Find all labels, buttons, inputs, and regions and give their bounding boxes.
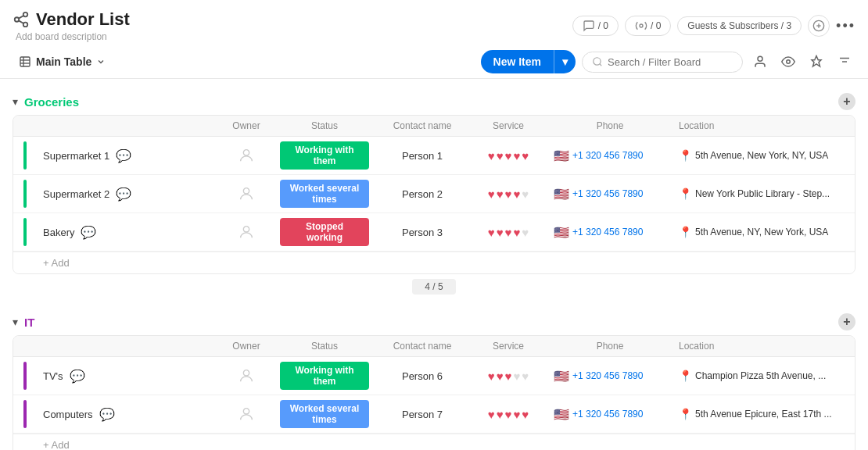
groceries-toggle[interactable]: ▾ — [13, 95, 18, 108]
row-location-cell: 📍 Champion Pizza 5th Avenue, ... — [673, 365, 855, 387]
phone-number: +1 320 456 7890 — [572, 150, 643, 161]
groceries-section: ▾ Groceries + Owner Status Contact name … — [13, 88, 855, 299]
heart: ♥ — [522, 408, 529, 421]
automation-count: / 0 — [651, 20, 661, 31]
app-title-row: Vendor List — [13, 9, 130, 30]
it-add-row[interactable]: + Add — [13, 434, 855, 450]
row-color-bar — [23, 218, 27, 246]
heart: ♥ — [505, 149, 512, 162]
add-invite-button[interactable] — [808, 15, 830, 37]
guests-button[interactable]: Guests & Subscribers / 3 — [677, 16, 802, 35]
col-header-location: Location — [673, 336, 855, 356]
row-service-cell: ♥ ♥ ♥ ♥ ♥ — [469, 145, 547, 167]
location-text: 5th Avenue Epicure, East 17th ... — [695, 409, 832, 420]
chevron-down-icon — [96, 57, 106, 66]
row-status-cell[interactable]: Worked several times — [274, 395, 375, 433]
owner-avatar — [238, 367, 255, 384]
person-icon-button[interactable] — [749, 51, 771, 73]
hearts: ♥ ♥ ♥ ♥ ♥ — [488, 226, 529, 239]
svg-point-13 — [594, 58, 601, 65]
it-add-col-button[interactable]: + — [838, 313, 855, 330]
svg-point-15 — [758, 56, 762, 61]
heart: ♥ — [497, 408, 504, 421]
svg-point-1 — [15, 17, 20, 22]
row-status-cell[interactable]: Stopped working — [274, 213, 375, 251]
filter-icon-button[interactable] — [834, 51, 855, 73]
row-owner-cell — [219, 362, 274, 389]
add-row-label: + Add — [43, 257, 70, 269]
heart: ♥ — [488, 188, 495, 201]
svg-point-5 — [640, 24, 643, 27]
phone-number: +1 320 456 7890 — [572, 227, 643, 238]
automation-button[interactable]: / 0 — [625, 16, 671, 36]
col-header-name — [37, 336, 219, 356]
heart: ♥ — [497, 149, 504, 162]
search-input[interactable] — [608, 56, 733, 68]
row-name-cell: Supermarket 2 💬 — [37, 182, 219, 206]
row-phone-cell: 🇺🇸 +1 320 456 7890 — [547, 402, 673, 427]
col-header-owner: Owner — [219, 336, 274, 356]
phone-value: 🇺🇸 +1 320 456 7890 — [554, 187, 643, 202]
col-header-contact: Contact name — [375, 116, 469, 136]
heart: ♥ — [513, 149, 520, 162]
row-owner-cell — [219, 180, 274, 207]
chat-icon[interactable]: 💬 — [99, 407, 115, 422]
col-header-status: Status — [274, 336, 375, 356]
row-service-cell: ♥ ♥ ♥ ♥ ♥ — [469, 403, 547, 426]
table-row: Supermarket 2 💬 Worked several times Per… — [13, 175, 855, 213]
location-value: 📍 New York Public Library - Step... — [679, 188, 830, 200]
groceries-add-col-button[interactable]: + — [838, 93, 855, 110]
col-header-status: Status — [274, 116, 375, 136]
heart: ♥ — [497, 370, 504, 383]
row-status-cell[interactable]: Worked several times — [274, 175, 375, 212]
filter-icon — [838, 55, 852, 69]
status-badge: Stopped working — [280, 218, 369, 246]
chat-icon[interactable]: 💬 — [116, 187, 131, 202]
heart: ♥ — [488, 149, 495, 162]
svg-point-20 — [243, 150, 249, 155]
row-owner-cell — [219, 219, 274, 245]
person-icon — [753, 55, 767, 69]
heart: ♥ — [497, 226, 504, 239]
row-owner-cell — [219, 142, 274, 169]
row-service-cell: ♥ ♥ ♥ ♥ ♥ — [469, 221, 547, 244]
flag-icon: 🇺🇸 — [554, 187, 569, 202]
row-phone-cell: 🇺🇸 +1 320 456 7890 — [547, 144, 673, 168]
chat-icon[interactable]: 💬 — [116, 148, 131, 163]
groceries-title[interactable]: Groceries — [24, 95, 79, 109]
heart: ♥ — [513, 188, 520, 201]
board-description[interactable]: Add board description — [16, 31, 130, 42]
row-status-cell[interactable]: Working with them — [274, 357, 375, 395]
location-pin-icon: 📍 — [679, 188, 692, 200]
toolbar: Main Table New Item ▾ — [0, 45, 868, 79]
row-name: TV's — [43, 370, 63, 382]
row-color-cell — [13, 213, 37, 251]
flag-icon: 🇺🇸 — [554, 148, 569, 163]
it-toggle[interactable]: ▾ — [13, 316, 18, 328]
main-table-button[interactable]: Main Table — [13, 52, 112, 71]
heart: ♥ — [488, 226, 495, 239]
row-status-cell[interactable]: Working with them — [274, 137, 375, 174]
activity-button[interactable]: / 0 — [572, 16, 619, 36]
row-service-cell: ♥ ♥ ♥ ♥ ♥ — [469, 365, 547, 388]
location-value: 📍 5th Avenue, NY, New York, USA — [679, 226, 828, 238]
svg-rect-9 — [20, 57, 30, 66]
new-item-button[interactable]: New Item ▾ — [481, 50, 576, 73]
more-options-button[interactable]: ••• — [836, 18, 855, 34]
pin-icon-button[interactable] — [805, 51, 827, 73]
owner-avatar — [238, 223, 255, 241]
table-row: Computers 💬 Worked several times Person … — [13, 395, 855, 434]
eye-icon-button[interactable] — [777, 51, 799, 73]
search-icon — [592, 56, 603, 67]
chat-icon[interactable]: 💬 — [70, 369, 85, 384]
table-row: Bakery 💬 Stopped working Person 3 ♥ ♥ ♥ … — [13, 213, 855, 252]
svg-point-22 — [243, 227, 249, 232]
main-table-label: Main Table — [36, 55, 91, 68]
svg-line-14 — [600, 64, 602, 66]
chat-icon[interactable]: 💬 — [81, 225, 96, 240]
row-location-cell: 📍 New York Public Library - Step... — [673, 183, 855, 205]
it-title[interactable]: IT — [24, 316, 34, 329]
groceries-add-row[interactable]: + Add — [13, 252, 855, 273]
svg-line-4 — [19, 16, 23, 19]
row-color-cell — [13, 357, 37, 395]
